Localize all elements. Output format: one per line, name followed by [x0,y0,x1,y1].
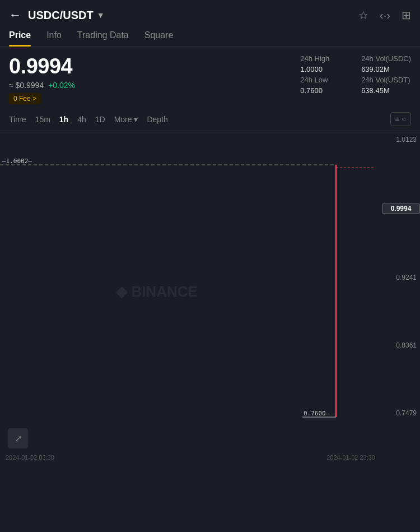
fee-badge[interactable]: 0 Fee > [9,93,41,104]
grid-icon[interactable]: ⊞ [402,8,411,22]
stats-grid: 24h High 24h Vol(USDC) 1.0000 639.02M 24… [300,54,411,95]
pair-title[interactable]: USDC/USDT ▼ [28,9,105,22]
time-label-left: 2024-01-02 03:30 [6,454,54,461]
tab-info[interactable]: Info [46,30,62,46]
high-value: 1.0000 [300,65,350,73]
back-button[interactable]: ← [9,8,21,22]
tab-bar: Price Info Trading Data Square [0,30,420,47]
expand-button[interactable]: ⤢ [8,428,28,448]
ctrl-15m[interactable]: 15m [35,115,50,124]
ctrl-depth[interactable]: Depth [147,115,167,124]
price-change: +0.02% [48,81,75,90]
main-price: 0.9994 [9,54,300,78]
settings-icon: ≡ [395,115,400,123]
price-axis-mid2: 0.8361 [382,341,420,349]
chart-svg: —1.0002— ◆ BINANCE 0.7600— [0,131,381,445]
tab-price[interactable]: Price [9,30,31,46]
chart-settings: ≡ ○ [390,112,411,126]
settings-line-icon: ○ [402,115,406,123]
price-axis: 1.0123 0.9994 0.9241 0.8361 0.7479 [382,131,420,440]
chart-controls: Time 15m 1h 4h 1D More ▾ Depth ≡ ○ [0,108,420,131]
price-sub: ≈ $0.9994 +0.02% [9,81,300,90]
price-usd: ≈ $0.9994 [9,81,44,90]
price-axis-bottom: 0.7479 [382,409,420,417]
price-left: 0.9994 ≈ $0.9994 +0.02% 0 Fee > [9,54,300,104]
vol-usdc-label: 24h Vol(USDC) [361,54,411,63]
low-value: 0.7600 [300,86,350,95]
chart-container: —1.0002— ◆ BINANCE 0.7600— 1.0123 0.9994… [0,131,420,462]
star-icon[interactable]: ☆ [358,8,368,22]
vol-usdc-value: 639.02M [361,65,411,73]
price-axis-top: 1.0123 [382,136,420,144]
tab-square[interactable]: Square [144,30,174,46]
vol-usdt-label: 24h Vol(USDT) [361,76,411,84]
svg-text:0.7600—: 0.7600— [304,410,330,417]
high-label: 24h High [300,54,350,63]
svg-text:◆ BINANCE: ◆ BINANCE [115,283,198,300]
svg-text:—1.0002—: —1.0002— [2,158,32,165]
header: ← USDC/USDT ▼ ☆ ‹·› ⊞ [0,0,420,30]
price-axis-current: 0.9994 [382,203,420,214]
price-axis-mid1: 0.9241 [382,274,420,281]
ctrl-1h[interactable]: 1h [59,115,68,124]
ctrl-time[interactable]: Time [9,115,26,124]
low-label: 24h Low [300,76,350,84]
vol-usdt-value: 638.45M [361,86,411,95]
ctrl-more[interactable]: More ▾ [114,115,138,124]
share-icon[interactable]: ‹·› [380,9,390,22]
time-axis: 2024-01-02 03:30 2024-01-02 23:30 [0,454,381,461]
tab-trading-data[interactable]: Trading Data [77,30,129,46]
time-label-right: 2024-01-02 23:30 [326,454,375,461]
expand-icon: ⤢ [15,433,22,444]
chart-settings-button[interactable]: ≡ ○ [390,112,411,126]
ctrl-1d[interactable]: 1D [95,115,105,124]
header-icons: ☆ ‹·› ⊞ [358,8,411,22]
pair-dropdown-icon[interactable]: ▼ [97,11,105,20]
ctrl-4h[interactable]: 4h [77,115,86,124]
price-section: 0.9994 ≈ $0.9994 +0.02% 0 Fee > 24h High… [0,47,420,108]
chart-area: —1.0002— ◆ BINANCE 0.7600— 1.0123 0.9994… [0,131,420,462]
